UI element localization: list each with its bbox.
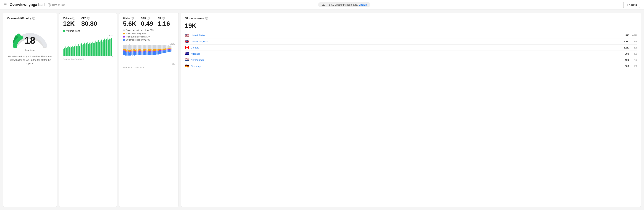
- country-name-de[interactable]: Germany: [191, 65, 621, 67]
- svg-rect-93: [128, 50, 129, 51]
- svg-rect-6: [68, 48, 68, 56]
- svg-rect-100: [130, 45, 131, 50]
- country-name-us[interactable]: United States: [191, 34, 621, 37]
- svg-rect-97: [129, 50, 130, 52]
- svg-rect-3: [66, 46, 66, 56]
- svg-rect-18: [76, 46, 77, 56]
- svg-rect-295: [170, 50, 170, 52]
- rr-value: 1.16: [158, 20, 170, 27]
- volume-date-range: Sep 2015 — Sep 2020: [63, 58, 113, 60]
- svg-rect-219: [154, 52, 155, 55]
- svg-rect-205: [152, 49, 152, 51]
- svg-rect-95: [128, 52, 129, 56]
- country-name-ca[interactable]: Canada: [191, 46, 621, 49]
- legend-text-3: Organic clicks only 27%: [126, 39, 150, 41]
- volume-chart-bottom-label: 0: [112, 55, 113, 57]
- flag-au: 🇦🇺: [185, 52, 189, 56]
- svg-rect-47: [97, 42, 98, 56]
- svg-rect-138: [138, 52, 138, 52]
- cpc-help-icon[interactable]: ?: [87, 17, 90, 20]
- svg-rect-117: [134, 49, 134, 51]
- hamburger-icon[interactable]: ☰: [4, 3, 7, 7]
- country-item-nl: 🇳🇱 Netherlands 400 2%: [185, 57, 637, 63]
- svg-rect-186: [148, 52, 148, 52]
- svg-rect-164: [143, 45, 144, 49]
- kd-help-icon[interactable]: ?: [32, 17, 35, 20]
- svg-rect-253: [162, 49, 162, 50]
- clicks-chart-bottom-label: 0%: [172, 63, 175, 65]
- svg-rect-264: [164, 45, 165, 49]
- svg-rect-277: [166, 48, 167, 50]
- svg-rect-296: [171, 46, 172, 48]
- svg-rect-268: [165, 45, 166, 48]
- svg-rect-102: [130, 51, 131, 52]
- svg-rect-169: [144, 49, 145, 51]
- svg-rect-275: [166, 50, 166, 52]
- svg-rect-189: [148, 49, 149, 51]
- svg-rect-64: [109, 39, 110, 56]
- svg-rect-129: [136, 49, 136, 51]
- svg-rect-112: [132, 45, 133, 50]
- clicks-label: Clicks ?: [123, 17, 136, 20]
- svg-rect-298: [171, 49, 172, 49]
- add-to-button[interactable]: + Add to: [623, 2, 640, 8]
- flag-ca: 🇨🇦: [185, 46, 189, 50]
- svg-rect-140: [138, 45, 139, 49]
- svg-rect-187: [148, 52, 148, 55]
- volume-chart-top-label: 14.4K: [108, 35, 113, 37]
- svg-rect-279: [166, 50, 167, 53]
- svg-rect-91: [128, 52, 128, 56]
- clicks-help-icon[interactable]: ?: [131, 17, 134, 20]
- header: ☰ Overview: yoga ball ? How to use SERP …: [0, 0, 644, 10]
- svg-rect-105: [131, 49, 132, 51]
- legend-dot-purple: [123, 36, 125, 38]
- svg-rect-162: [142, 52, 143, 53]
- svg-rect-217: [154, 49, 155, 51]
- volume-value: 12K: [63, 20, 76, 27]
- country-name-nl[interactable]: Netherlands: [191, 59, 621, 61]
- svg-rect-235: [158, 51, 158, 54]
- clicks-card: Clicks ? 5.6K CPS ? 0.49 RR ? 1.16: [119, 13, 179, 207]
- svg-rect-181: [147, 49, 147, 51]
- cps-help-icon[interactable]: ?: [147, 17, 150, 20]
- country-name-uk[interactable]: United Kingdom: [191, 40, 621, 43]
- svg-rect-171: [144, 52, 145, 55]
- svg-rect-88: [128, 45, 128, 49]
- svg-rect-50: [99, 42, 100, 56]
- svg-rect-40: [92, 42, 92, 56]
- svg-rect-113: [132, 50, 133, 52]
- svg-rect-107: [131, 52, 132, 55]
- global-help-icon[interactable]: ?: [205, 17, 208, 20]
- clicks-chart: 100%: [123, 43, 175, 69]
- svg-rect-5: [67, 47, 68, 56]
- flag-de: 🇩🇪: [185, 64, 189, 68]
- how-to-use-link[interactable]: ? How to use: [48, 3, 65, 7]
- svg-rect-55: [102, 41, 103, 56]
- volume-metrics-row: Volume ? 12K CPC ? $0.80: [63, 17, 113, 27]
- svg-rect-163: [142, 53, 143, 55]
- country-name-au[interactable]: Australia: [191, 52, 621, 55]
- svg-rect-196: [150, 45, 150, 49]
- svg-rect-1: [64, 48, 65, 56]
- rr-help-icon[interactable]: ?: [162, 17, 165, 20]
- svg-rect-63: [108, 40, 109, 56]
- country-pct-uk: 12%: [630, 40, 637, 43]
- country-vol-us: 12K: [622, 34, 629, 37]
- cpc-value: $0.80: [81, 20, 97, 27]
- legend-dot-gray: [123, 30, 125, 31]
- svg-rect-165: [143, 49, 144, 51]
- clicks-metrics-row: Clicks ? 5.6K CPS ? 0.49 RR ? 1.16: [123, 17, 175, 27]
- svg-rect-303: [172, 49, 172, 51]
- svg-rect-92: [128, 45, 129, 50]
- svg-rect-202: [151, 50, 151, 51]
- svg-rect-192: [149, 45, 150, 49]
- svg-rect-153: [141, 50, 142, 51]
- volume-help-icon[interactable]: ?: [72, 17, 76, 20]
- svg-rect-19: [77, 46, 78, 56]
- svg-rect-111: [132, 52, 132, 56]
- serp-update-link[interactable]: Update: [359, 3, 367, 6]
- keyword-difficulty-card: Keyword difficulty ? 18: [3, 13, 57, 207]
- svg-rect-204: [152, 45, 152, 49]
- svg-rect-255: [162, 51, 162, 54]
- kd-description: We estimate that you'll need backlinks f…: [7, 55, 53, 65]
